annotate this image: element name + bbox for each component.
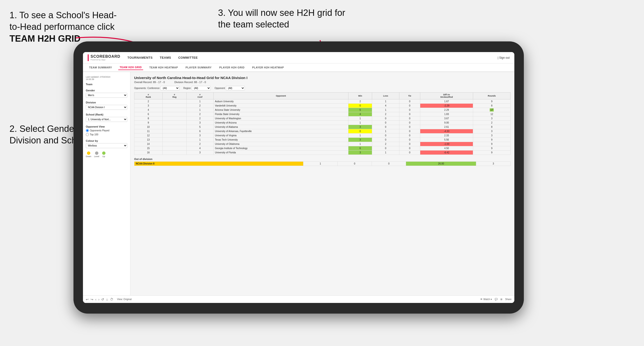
- watch-btn[interactable]: 👁 Watch ▾: [480, 298, 492, 301]
- opponent-select[interactable]: (All): [226, 86, 245, 90]
- subnav-team-h2h-heatmap[interactable]: TEAM H2H HEATMAP: [148, 65, 180, 70]
- nav-teams[interactable]: TEAMS: [160, 55, 171, 60]
- h2h-table: #Rank #Reg #Conf Opponent Win Loss Tie D…: [134, 92, 510, 155]
- grid-btn[interactable]: ⊞: [500, 298, 502, 301]
- nav-tournaments[interactable]: TOURNAMENTS: [128, 55, 153, 60]
- cell-rounds: 8: [473, 125, 510, 129]
- filters-row: Opponents: Conference (All) Region (All): [134, 86, 510, 90]
- cell-opponent: University of Oklahoma: [213, 142, 348, 146]
- table-row: 4 1 Arizona State University 5 1 0 2.29 …: [134, 108, 510, 112]
- school-select[interactable]: 1. University of Nort...: [86, 117, 127, 122]
- cell-rank: 13: [134, 138, 162, 142]
- cell-tie: 0: [400, 104, 420, 108]
- ood-division: NCAA Division II: [134, 162, 304, 166]
- ood-loss: 0: [338, 162, 372, 166]
- cell-reg: [162, 146, 186, 151]
- table-row: 3 2 Vanderbilt University 0 4 0 -2.29 8: [134, 104, 510, 108]
- cell-rounds: 9: [473, 146, 510, 151]
- division-select[interactable]: NCAA Division I: [86, 105, 127, 110]
- cell-reg: [162, 134, 186, 138]
- col-loss: Loss: [372, 93, 399, 99]
- cell-rank: 15: [134, 146, 162, 151]
- share-btn[interactable]: Share: [505, 298, 512, 301]
- cell-conf: 2: [186, 104, 214, 108]
- cell-diff: 9.00: [420, 121, 473, 125]
- back-btn[interactable]: ‹: [95, 298, 96, 301]
- cell-reg: [162, 104, 186, 108]
- home-btn[interactable]: ⌂: [106, 298, 108, 301]
- colour-by-select[interactable]: Win/loss: [86, 143, 127, 148]
- cell-opponent: University of Alabama: [213, 125, 348, 129]
- cell-reg: [162, 129, 186, 134]
- cell-reg: [162, 138, 186, 142]
- navbar: SCOREBOARD Powered by clippi TOURNAMENTS…: [83, 52, 514, 63]
- cell-rank: 9: [134, 121, 162, 125]
- table-row: 8 2 University of Washington 1 0 0 3.67 …: [134, 116, 510, 121]
- forward-btn[interactable]: ›: [98, 298, 100, 301]
- sign-out[interactable]: | Sign out: [498, 56, 510, 59]
- cell-tie: 0: [400, 142, 420, 146]
- main-grid: University of North Carolina Head-to-Hea…: [130, 72, 514, 295]
- subnav-player-h2h-grid[interactable]: PLAYER H2H GRID: [218, 65, 246, 70]
- subnav-team-h2h-grid[interactable]: TEAM H2H GRID: [118, 65, 143, 70]
- legend-down-circle: [87, 152, 90, 155]
- cell-conf: 3: [186, 151, 214, 155]
- cell-tie: 0: [400, 112, 420, 116]
- sidebar: Last Updated: 27/03/2024 16:55:38 Team G…: [83, 72, 130, 295]
- refresh-btn[interactable]: ↺: [101, 298, 104, 301]
- filter-opponent: Opponent (All): [214, 86, 245, 90]
- cell-conf: 1: [186, 138, 214, 142]
- out-of-division-row: NCAA Division II 1 0 0 26.00 3: [134, 162, 510, 166]
- subnav-team-summary[interactable]: TEAM SUMMARY: [88, 65, 114, 70]
- cell-reg: [162, 99, 186, 104]
- cell-rounds: 9: [473, 99, 510, 104]
- logo: SCOREBOARD Powered by clippi: [88, 54, 120, 61]
- cell-conf: 1: [186, 99, 214, 104]
- radio-opponents-played[interactable]: Opponents Played: [86, 129, 127, 132]
- table-row: 2 1 Auburn University 2 1 0 1.67 9: [134, 99, 510, 104]
- team-section: Team: [86, 83, 127, 86]
- ann1-bold: TEAM H2H GRID: [10, 34, 80, 43]
- cell-tie: 0: [400, 116, 420, 121]
- cell-loss: 2: [372, 142, 399, 146]
- colour-by-section: Colour by Win/loss: [86, 139, 127, 148]
- undo-btn[interactable]: ↩: [86, 298, 89, 301]
- conference-select[interactable]: (All): [160, 86, 180, 90]
- table-row: 14 2 University of Oklahoma 1 2 0 -1.00 …: [134, 142, 510, 146]
- clock-btn[interactable]: ⏱: [110, 298, 113, 301]
- gender-select[interactable]: Men's: [86, 93, 127, 98]
- legend-level-label: Level: [94, 155, 99, 158]
- cell-loss: 0: [372, 116, 399, 121]
- cell-win: 2: [348, 99, 372, 104]
- cell-diff: 1.67: [420, 99, 473, 104]
- gender-section: Gender Men's: [86, 89, 127, 98]
- logo-sub: Powered by clippi: [90, 59, 120, 61]
- cell-rounds: 9: [473, 151, 510, 155]
- region-select[interactable]: (All): [192, 86, 211, 90]
- cell-rounds: 3: [473, 134, 510, 138]
- col-opponent: Opponent: [213, 93, 348, 99]
- table-row: 6 2 Florida State University 4 2 0 1.83 …: [134, 112, 510, 116]
- radio-top100[interactable]: Top 100: [86, 133, 127, 136]
- nav-committee[interactable]: COMMITTEE: [178, 55, 198, 60]
- cell-diff: -4.33: [420, 129, 473, 134]
- legend-down-label: Down: [86, 155, 91, 158]
- subnav-player-summary[interactable]: PLAYER SUMMARY: [184, 65, 213, 70]
- cell-win: 1: [348, 121, 372, 125]
- subnav-player-h2h-heatmap[interactable]: PLAYER H2H HEATMAP: [251, 65, 286, 70]
- division-record: Division Record: 88 - 17 - 0: [174, 81, 206, 84]
- cell-win: 3: [348, 125, 372, 129]
- opponent-view-label: Opponent View: [86, 125, 127, 128]
- cell-conf: 2: [186, 112, 214, 116]
- cell-win: 6: [348, 146, 372, 151]
- redo-btn[interactable]: ↪: [90, 298, 94, 301]
- school-section: School (Rank) 1. University of Nort...: [86, 113, 127, 122]
- comment-btn[interactable]: 💬: [495, 298, 498, 301]
- cell-diff: 2.61: [420, 125, 473, 129]
- ood-diff: 26.00: [406, 162, 476, 166]
- annotation-1: 1. To see a School's Head-to-Head perfor…: [10, 9, 123, 44]
- bottom-toolbar: ↩ ↪ ‹ › ↺ ⌂ ⏱ View: Original 👁 Watch ▾ 💬…: [83, 295, 514, 303]
- records-row: Overall Record: 89 - 17 - 0 Division Rec…: [134, 81, 510, 84]
- legend-up-circle: [102, 152, 106, 155]
- cell-rank: 14: [134, 142, 162, 146]
